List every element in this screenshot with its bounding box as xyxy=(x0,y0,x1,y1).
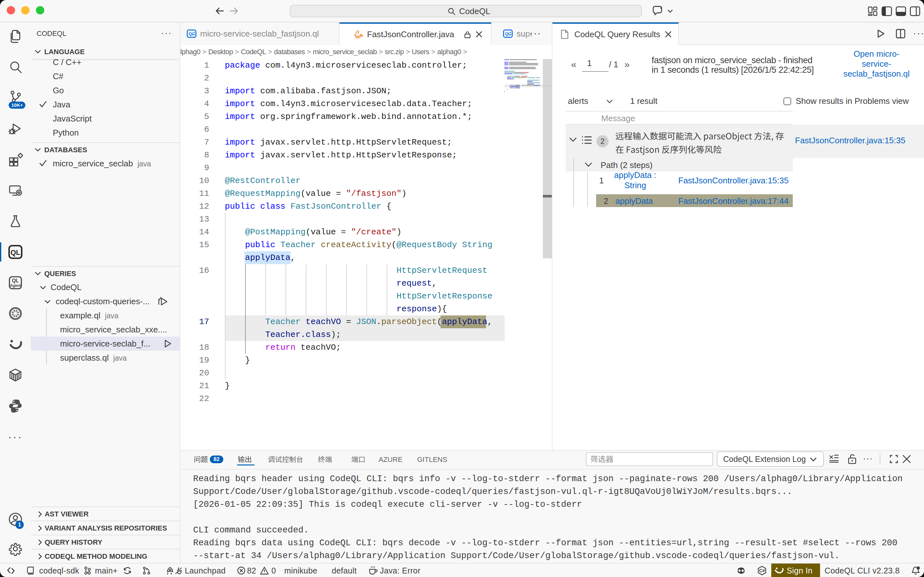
svg-text:C#: C# xyxy=(759,568,765,573)
svg-text:Agent: Agent xyxy=(10,284,21,288)
svg-text:QL: QL xyxy=(11,248,21,256)
svg-text:QL: QL xyxy=(189,31,194,36)
svg-text:QL: QL xyxy=(505,31,511,36)
svg-text:QL: QL xyxy=(12,278,19,284)
